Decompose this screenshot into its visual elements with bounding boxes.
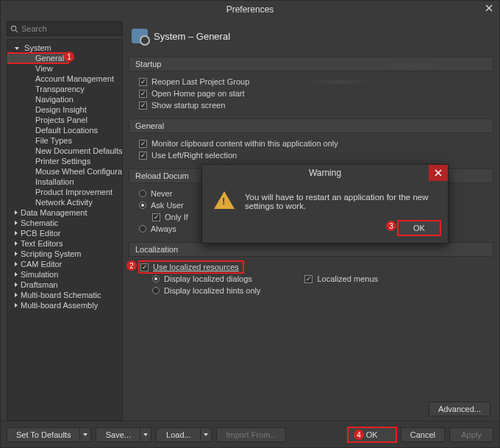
section-startup-body: Reopen Last Project Group Open Home page… <box>129 71 493 115</box>
annotation-marker-4: 4 <box>354 430 364 440</box>
defaults-button[interactable]: Set To Defaults <box>7 427 91 442</box>
chevron-down-icon[interactable] <box>140 427 151 442</box>
tree-item[interactable]: Scripting System <box>7 249 122 259</box>
radio-dialogs[interactable]: Display localized dialogs <box>139 273 260 285</box>
annotation-marker-2: 2 <box>126 260 137 271</box>
search-icon <box>10 25 18 33</box>
tree-item[interactable]: Text Editors <box>7 238 122 249</box>
dialog-body: You will have to restart an application … <box>202 181 448 221</box>
tree-item[interactable]: Product Improvement <box>7 187 122 197</box>
checkbox-menus[interactable]: Localized menus <box>304 273 378 285</box>
chevron-down-icon[interactable] <box>200 427 212 442</box>
checkbox-clipboard[interactable]: Monitor clipboard content within this ap… <box>139 138 486 149</box>
tree-item[interactable]: Mouse Wheel Configuration <box>7 166 122 177</box>
radio-hints[interactable]: Display localized hints only <box>139 285 260 296</box>
radio-icon <box>152 275 160 282</box>
section-localization-body: Use localized resources Display localize… <box>129 257 493 301</box>
tree-item[interactable]: Design Insight <box>7 104 122 115</box>
save-button[interactable]: Save... <box>96 427 151 442</box>
checkbox-icon <box>140 263 149 271</box>
tree-item[interactable]: Multi-board Assembly <box>7 300 122 310</box>
tree-item[interactable]: Network Activity <box>7 197 122 207</box>
checkbox-icon <box>139 152 147 160</box>
tree-item-general[interactable]: General <box>7 53 68 63</box>
preferences-window: Preferences Search System General Vi <box>0 0 500 448</box>
tree-item[interactable]: New Document Defaults <box>7 146 122 156</box>
tree-item[interactable]: Transparency <box>7 84 122 94</box>
tree-item[interactable]: Navigation <box>7 94 122 104</box>
checkbox-icon <box>152 213 160 221</box>
chevron-down-icon[interactable] <box>79 427 91 442</box>
radio-icon <box>139 225 146 232</box>
dialog-message: You will have to restart an application … <box>245 190 436 210</box>
tree: System General View Account Management T… <box>7 39 123 421</box>
warning-icon <box>214 191 235 209</box>
section-localization: Localization <box>129 242 493 257</box>
search-input[interactable]: Search <box>7 21 123 36</box>
redaction-smudge <box>368 63 456 71</box>
load-button[interactable]: Load... <box>156 427 212 442</box>
svg-line-1 <box>15 30 18 32</box>
tree-item[interactable]: File Types <box>7 135 122 146</box>
search-placeholder: Search <box>21 24 47 33</box>
tree-item[interactable]: Multi-board Schematic <box>7 290 122 300</box>
tree-item[interactable]: Printer Settings <box>7 156 122 166</box>
system-icon <box>132 29 148 43</box>
tree-item[interactable]: Schematic <box>7 218 122 228</box>
tree-item[interactable]: CAM Editor <box>7 259 122 269</box>
checkbox-icon <box>139 90 147 98</box>
tree-item-system[interactable]: System <box>7 43 122 53</box>
checkbox-icon <box>139 102 147 110</box>
redaction-smudge <box>305 79 371 85</box>
page-header: System – General <box>129 21 493 54</box>
warning-dialog: Warning You will have to restart an appl… <box>201 164 449 243</box>
svg-point-0 <box>11 26 15 30</box>
tree-item[interactable]: PCB Editor <box>7 228 122 238</box>
dialog-footer: OK <box>202 221 448 243</box>
radio-icon <box>139 190 146 197</box>
section-general-body: Monitor clipboard content within this ap… <box>129 133 493 166</box>
advanced-button[interactable]: Advanced... <box>429 402 490 416</box>
tree-item[interactable]: Draftsman <box>7 280 122 290</box>
cancel-button[interactable]: Cancel <box>401 427 445 442</box>
checkbox-use-localized[interactable]: Use localized resources <box>139 261 243 273</box>
checkbox-lrselect[interactable]: Use Left/Right selection <box>139 149 486 161</box>
checkbox-homepage[interactable]: Open Home page on start <box>139 88 486 99</box>
tree-item[interactable]: Simulation <box>7 269 122 280</box>
checkbox-reopen[interactable]: Reopen Last Project Group <box>139 76 486 88</box>
tree-item[interactable]: Data Management <box>7 207 122 218</box>
dialog-title: Warning <box>202 165 448 181</box>
checkbox-icon <box>139 140 147 148</box>
dialog-ok-button[interactable]: OK <box>398 221 440 235</box>
tree-item[interactable]: Projects Panel <box>7 115 122 125</box>
sidebar: Search System General View Account Manag… <box>7 21 123 421</box>
checkbox-icon <box>139 78 147 86</box>
tree-item[interactable]: Account Management <box>7 74 122 84</box>
checkbox-splash[interactable]: Show startup screen <box>139 99 486 111</box>
footer: Set To Defaults Save... Load... Import F… <box>1 421 499 447</box>
apply-button: Apply <box>449 427 493 442</box>
advanced-row: Advanced... <box>129 397 493 421</box>
tree-item[interactable]: Default Locations <box>7 125 122 135</box>
radio-icon <box>152 287 160 294</box>
close-icon[interactable] <box>483 2 495 14</box>
close-icon[interactable] <box>429 165 448 181</box>
checkbox-icon <box>304 275 312 283</box>
window-title: Preferences <box>226 4 274 15</box>
import-button: Import From... <box>216 427 286 442</box>
annotation-marker-3: 3 <box>386 221 396 231</box>
tree-item[interactable]: Installation <box>7 177 122 187</box>
section-general: General <box>129 118 493 133</box>
page-title: System – General <box>154 31 230 42</box>
annotation-marker-1: 1 <box>64 51 74 62</box>
titlebar: Preferences <box>1 1 499 18</box>
tree-item[interactable]: View <box>7 63 122 74</box>
radio-icon <box>139 202 146 209</box>
